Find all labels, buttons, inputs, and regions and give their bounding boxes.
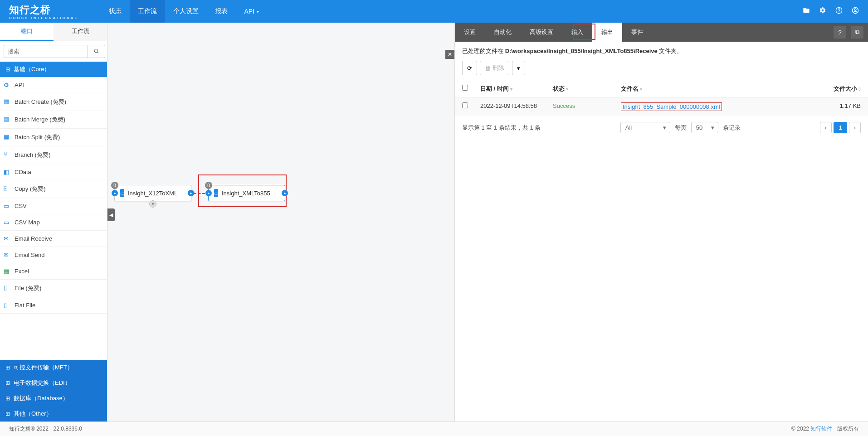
sidebar-item-cdata[interactable]: ◧CData: [0, 164, 107, 180]
sidebar-item-csv-map[interactable]: ▭CSV Map: [0, 214, 107, 231]
node-type-icon: ▭: [120, 189, 124, 197]
col-date-header[interactable]: 日期 / 时间▾: [480, 85, 553, 93]
node-port-in[interactable]: ▸: [205, 190, 212, 196]
user-icon[interactable]: [852, 7, 859, 16]
per-page-select[interactable]: 50: [691, 122, 718, 133]
sidebar-tab-ports[interactable]: 端口: [0, 23, 54, 41]
section-edi-header[interactable]: ⊞电子数据交换（EDI）: [0, 375, 107, 391]
node-port-in[interactable]: ▸: [112, 190, 118, 196]
footer-left: 知行之桥® 2022 - 22.0.8336.0: [9, 425, 82, 433]
row-checkbox[interactable]: [462, 102, 468, 108]
node-port-out[interactable]: ▸: [188, 190, 194, 196]
svg-point-3: [854, 9, 856, 10]
sidebar-item-branch[interactable]: ⑂Branch (免费): [0, 146, 107, 164]
sidebar-item-email-send[interactable]: ✉Email Send: [0, 247, 107, 263]
filter-all-select[interactable]: All: [620, 122, 670, 133]
page-1-button[interactable]: 1: [834, 122, 847, 133]
nav-workflow[interactable]: 工作流: [130, 0, 165, 23]
node-badge: 0: [205, 182, 212, 189]
prev-page-button[interactable]: ‹: [820, 122, 832, 133]
search-input[interactable]: [4, 45, 88, 58]
cell-size: 1.17 KB: [815, 102, 861, 111]
api-icon: ⚙: [4, 82, 11, 89]
sidebar-item-api[interactable]: ⚙API: [0, 77, 107, 93]
detail-popout-icon[interactable]: ⧉: [851, 26, 863, 39]
search-row: [0, 41, 107, 62]
footer-right: © 2022 知行软件 - 版权所有: [791, 425, 859, 433]
tab-settings[interactable]: 设置: [455, 23, 485, 42]
detail-help-icon[interactable]: ?: [834, 26, 846, 39]
gear-icon[interactable]: [819, 7, 826, 16]
email-in-icon: ✉: [4, 235, 11, 242]
footer-center: All 每页 50 条记录: [550, 122, 811, 133]
select-all-checkbox[interactable]: [462, 85, 468, 91]
search-button[interactable]: [88, 45, 105, 58]
flow-node-xmlto855[interactable]: 0 ▭ Insight_XMLTo855 ⚙ ▸ ▸: [208, 185, 285, 201]
sidebar-item-file[interactable]: ▯File (免费): [0, 280, 107, 297]
path-value: D:\workspaces\Insight_855\Insight_XMLTo8…: [505, 48, 658, 54]
footer: 知行之桥® 2022 - 22.0.8336.0 © 2022 知行软件 - 版…: [0, 421, 868, 436]
delete-button[interactable]: 🗑删除: [480, 61, 509, 75]
tab-input[interactable]: 输入: [562, 23, 592, 42]
file-link[interactable]: Insight_855_Sample_000000008.xml: [623, 103, 720, 110]
section-database-header[interactable]: ⊞数据库（Database）: [0, 391, 107, 406]
collapse-icon: ⊟: [5, 66, 10, 73]
col-size-header[interactable]: 文件大小◊: [815, 85, 861, 93]
node-expand-icon[interactable]: ▾: [149, 200, 156, 208]
sidebar-item-batch-merge[interactable]: ▦Batch Merge (免费): [0, 111, 107, 129]
refresh-icon: ⟳: [467, 65, 472, 72]
sidebar-item-excel[interactable]: ▦Excel: [0, 263, 107, 280]
table-row[interactable]: 2022-12-09T14:58:58 Success Insight_855_…: [455, 98, 868, 116]
sidebar-item-copy[interactable]: ⎘Copy (免费): [0, 180, 107, 198]
nav-report[interactable]: 报表: [207, 0, 236, 23]
csv-icon: ▭: [4, 203, 11, 210]
csvmap-icon: ▭: [4, 219, 11, 226]
pager: ‹ 1 ›: [820, 122, 861, 133]
tab-events[interactable]: 事件: [622, 23, 652, 42]
cdata-icon: ◧: [4, 169, 11, 176]
section-mft-header[interactable]: ⊞可控文件传输（MFT）: [0, 360, 107, 375]
caret-down-icon: ▾: [517, 65, 520, 72]
sidebar-item-batch-create[interactable]: ▦Batch Create (免费): [0, 93, 107, 111]
sidebar-item-email-receive[interactable]: ✉Email Receive: [0, 231, 107, 247]
nav-status[interactable]: 状态: [101, 0, 130, 23]
brand-name: 知行之桥: [9, 4, 51, 15]
section-other-header[interactable]: ⊞其他（Other）: [0, 406, 107, 421]
excel-icon: ▦: [4, 268, 11, 275]
tab-output[interactable]: 输出: [592, 23, 622, 42]
flow-node-x12toxml[interactable]: 0 ▭ Insight_X12ToXML ⚙ ▸ ▸ ▾: [114, 185, 191, 201]
node-port-out[interactable]: ▸: [282, 190, 288, 196]
brand-logo: 知行之桥 CROSS INTERNATIONAL: [9, 3, 78, 20]
nav-api[interactable]: API ▾: [236, 0, 267, 23]
more-button[interactable]: ▾: [512, 61, 525, 75]
sidebar-collapse-handle[interactable]: ◀: [107, 208, 115, 221]
section-core-list: ⚙API ▦Batch Create (免费) ▦Batch Merge (免费…: [0, 77, 107, 360]
copy-icon: ⎘: [4, 185, 11, 192]
trash-icon: 🗑: [485, 65, 491, 72]
col-file-header[interactable]: 文件名◊: [621, 85, 815, 93]
cell-status: Success: [553, 102, 621, 111]
sort-icon: ◊: [858, 87, 861, 92]
flow-arrow: [194, 193, 205, 194]
expand-icon: ⊞: [5, 395, 10, 402]
workflow-canvas[interactable]: ✕ 0 ▭ Insight_X12ToXML ⚙ ▸ ▸ ▾ 0 ▭ Insig…: [107, 23, 454, 421]
sidebar-item-batch-split[interactable]: ▦Batch Split (免费): [0, 129, 107, 146]
footer-link[interactable]: 知行软件: [810, 426, 832, 432]
col-status-header[interactable]: 状态◊: [553, 85, 621, 93]
sidebar-item-flat-file[interactable]: ▯Flat File: [0, 297, 107, 314]
close-panel-button[interactable]: ✕: [445, 50, 454, 59]
refresh-button[interactable]: ⟳: [462, 61, 477, 75]
caret-down-icon: ▾: [257, 9, 259, 14]
sidebar-item-csv[interactable]: ▭CSV: [0, 198, 107, 214]
output-table: 日期 / 时间▾ 状态◊ 文件名◊ 文件大小◊ 2022-12-09T14:58…: [455, 80, 868, 116]
merge-icon: ▦: [4, 116, 11, 123]
tab-advanced[interactable]: 高级设置: [521, 23, 562, 42]
svg-point-4: [94, 49, 98, 53]
folder-icon[interactable]: [803, 7, 810, 16]
tab-automation[interactable]: 自动化: [485, 23, 521, 42]
section-core-header[interactable]: ⊟ 基础（Core）: [0, 62, 107, 77]
nav-profile[interactable]: 个人设置: [165, 0, 207, 23]
sidebar-tab-workflows[interactable]: 工作流: [54, 23, 107, 41]
help-icon[interactable]: [835, 7, 843, 16]
next-page-button[interactable]: ›: [849, 122, 861, 133]
